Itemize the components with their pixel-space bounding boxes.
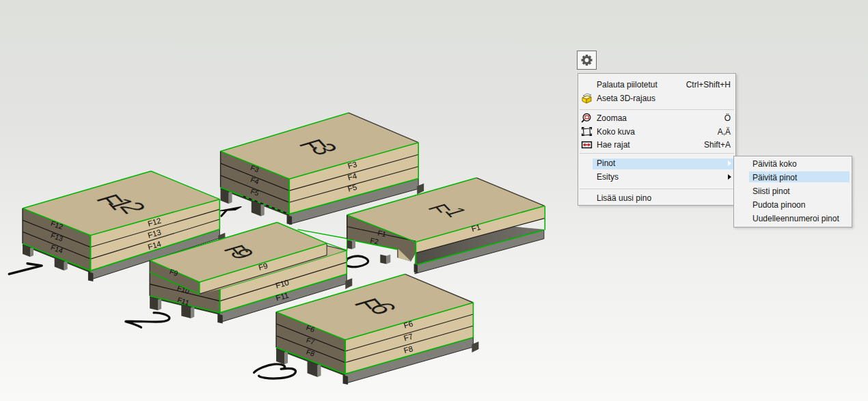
svg-text:F1: F1 [377,228,388,238]
svg-text:F2: F2 [370,236,380,245]
